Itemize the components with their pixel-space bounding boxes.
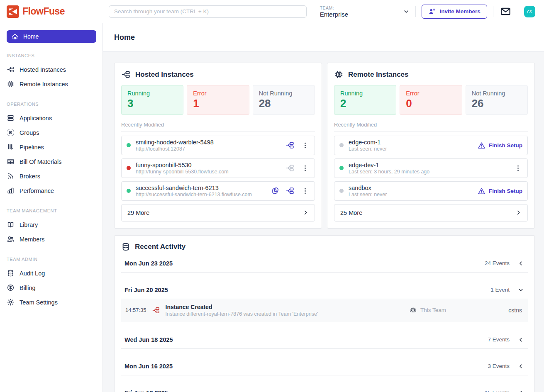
sidebar-item-hosted-instances[interactable]: Hosted Instances [0,62,102,77]
hosted-instances-icon [121,70,131,79]
stat-not-running: Not Running 28 [253,85,315,115]
instance-row[interactable]: sandbox Last seen: never Finish Setup [334,181,528,201]
flowfuse-logo[interactable]: FlowFuse [0,5,103,18]
stat-label: Error [406,90,456,97]
sidebar-item-label: Pipelines [20,144,44,151]
chevron-left-icon [518,390,524,392]
instance-last-seen: Last seen: never [349,146,387,152]
dashboard-button[interactable] [271,187,279,195]
team-selector[interactable]: TEAM: Enterprise [320,5,410,18]
team-label: TEAM: [320,5,403,10]
applications-icon [7,114,15,122]
notifications-button[interactable] [499,5,512,18]
day-date: Mon Jun 23 2025 [124,260,173,267]
performance-icon [7,187,15,195]
stat-value: 1 [193,97,243,110]
open-editor-button-disabled[interactable] [285,163,295,173]
instance-url: http://localhost:12087 [136,146,214,152]
invite-members-label: Invite Members [439,8,480,15]
remote-instances-card: Remote Instances Running 2 Error 0 Not R… [327,63,535,229]
stat-running: Running 2 [334,85,396,115]
card-title: Remote Instances [348,71,409,79]
activity-day-header[interactable]: Fri Jun 13 2025 15 Events [121,384,528,392]
day-event-count: 1 Event [490,287,510,293]
stat-label: Not Running [472,90,522,97]
activity-day-header[interactable]: Mon Jun 16 2025 3 Events [121,358,528,375]
activity-day-header[interactable]: Wed Jun 18 2025 7 Events [121,331,528,349]
brand-name: FlowFuse [22,6,65,17]
section-title: INSTANCES [0,53,102,58]
sidebar-item-home[interactable]: Home [7,30,96,43]
activity-day-group: Mon Jun 23 2025 24 Events [121,255,528,273]
content-area: Hosted Instances Running 3 Error 1 Not R… [103,52,544,392]
day-date: Fri Jun 20 2025 [124,287,168,293]
open-editor-button[interactable] [285,141,295,150]
search-input[interactable] [109,5,307,18]
activity-day-header[interactable]: Fri Jun 20 2025 1 Event [121,281,528,299]
stat-error: Error 1 [187,85,249,115]
kebab-menu-button[interactable] [301,165,310,172]
billing-icon [7,284,15,292]
section-title: TEAM ADMIN [0,257,102,262]
user-avatar[interactable]: cs [524,6,535,17]
instance-row[interactable]: funny-spoonbill-5530 http://funny-spoonb… [121,158,315,178]
sidebar-item-billing[interactable]: Billing [0,280,102,295]
kebab-menu-button[interactable] [301,142,310,149]
sidebar-item-applications[interactable]: Applications [0,111,102,125]
sidebar-item-library[interactable]: Library [0,217,102,232]
invite-members-button[interactable]: Invite Members [422,5,487,19]
activity-event-row[interactable]: 14:57:35 Instance Created Instance diffe… [121,299,528,322]
sidebar-section-operations: OPERATIONS Applications Groups [0,102,102,198]
team-name: Enterprise [320,11,403,18]
sidebar-item-label: Library [20,222,38,228]
sidebar-item-team-settings[interactable]: Team Settings [0,295,102,309]
kebab-menu-button[interactable] [301,187,310,195]
event-user: cstns [451,307,522,314]
groups-icon [7,129,15,136]
sidebar-item-bill-of-materials[interactable]: Bill Of Materials [0,154,102,169]
finish-setup-button[interactable]: Finish Setup [478,141,522,149]
event-title: Instance Created [166,304,318,310]
sidebar-item-pipelines[interactable]: Pipelines [0,140,102,154]
database-icon [121,242,130,251]
sidebar-section-team-management: TEAM MANAGEMENT Library Members [0,208,102,246]
team-settings-icon [7,298,15,306]
card-title: Hosted Instances [135,71,194,79]
hosted-more-row[interactable]: 29 More [121,204,315,222]
chevron-left-icon [518,261,524,266]
members-icon [7,235,15,243]
sidebar-item-members[interactable]: Members [0,232,102,246]
instance-row[interactable]: edge-dev-1 Last seen: 3 hours, 29 minute… [334,158,528,178]
open-editor-button[interactable] [285,186,295,195]
instance-row[interactable]: edge-com-1 Last seen: never Finish Setup [334,136,528,155]
instance-row[interactable]: smiling-hooded-warbler-5498 http://local… [121,136,315,155]
activity-day-group: Fri Jun 20 2025 1 Event 14:57:35 Instanc… [121,281,528,322]
sidebar-item-brokers[interactable]: Brokers [0,169,102,183]
chevron-right-icon [515,209,522,216]
sidebar-item-audit-log[interactable]: Audit Log [0,266,102,280]
sidebar-item-remote-instances[interactable]: Remote Instances [0,77,102,91]
sidebar-item-groups[interactable]: Groups [0,125,102,140]
activity-day-header[interactable]: Mon Jun 23 2025 24 Events [121,255,528,273]
brokers-icon [7,172,15,180]
page-title: Home [114,33,135,42]
card-title: Recent Activity [135,243,185,251]
instance-name: edge-com-1 [349,139,387,146]
library-icon [7,221,15,229]
chevron-down-icon [403,8,410,15]
instance-row[interactable]: successful-sandwich-tern-6213 http://suc… [121,181,315,201]
event-time: 14:57:35 [125,307,146,313]
sidebar-item-label: Bill Of Materials [20,158,62,165]
finish-setup-label: Finish Setup [489,188,522,194]
mail-icon [500,6,511,17]
stat-label: Running [127,90,177,97]
activity-day-group: Fri Jun 13 2025 15 Events [121,384,528,392]
remote-more-row[interactable]: 25 More [334,204,528,222]
day-date: Mon Jun 16 2025 [124,363,173,370]
kebab-menu-button[interactable] [514,165,522,172]
instance-name: edge-dev-1 [349,162,429,168]
finish-setup-button[interactable]: Finish Setup [478,187,522,195]
stat-label: Error [193,90,243,97]
sidebar-item-performance[interactable]: Performance [0,183,102,198]
status-dot-stopped [339,189,344,193]
